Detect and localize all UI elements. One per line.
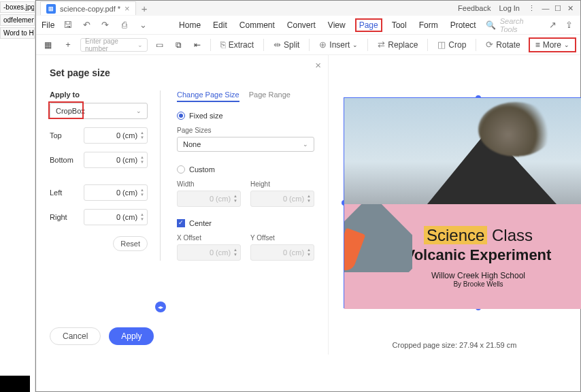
menu-convert[interactable]: Convert (284, 19, 318, 31)
menu-view[interactable]: View (325, 19, 348, 31)
reset-button[interactable]: Reset (113, 236, 148, 251)
app-logo-icon: ⊞ (46, 4, 56, 14)
split-button[interactable]: ⇹Split (269, 38, 303, 51)
bottom-label: Bottom (50, 156, 73, 164)
menu-form[interactable]: Form (416, 19, 441, 31)
fixed-size-radio[interactable]: Fixed size (177, 112, 314, 120)
close-tab-icon[interactable]: × (124, 3, 130, 14)
save-icon[interactable]: 🖫 (61, 20, 73, 30)
open-external-icon[interactable]: ↗ (547, 20, 559, 30)
bottom-input[interactable]: 0 (cm)▲▼ (84, 152, 148, 168)
page-preview[interactable]: Science Class Volcanic Experiment Willow… (344, 97, 581, 308)
taskbar-fragment (0, 376, 30, 392)
thumbnails-icon[interactable]: ▦ (40, 39, 56, 51)
document-name: science-copy.pdf * (60, 5, 120, 13)
apply-to-value: CropBox (56, 107, 85, 115)
menubar: File 🖫 ↶ ↷ ⎙ ⌄ Home Edit Comment Convert… (36, 16, 580, 35)
center-checkbox[interactable]: Center (177, 219, 314, 227)
menu-tool[interactable]: Tool (389, 19, 410, 31)
width-input: 0 (cm)▲▼ (177, 191, 241, 207)
toolbar: ▦ ＋ Enter page number ⌄ ▭ ⧉ ⇤ ⎘Extract ⇹… (36, 35, 580, 55)
panel-title: Set page size (50, 67, 314, 78)
tab-page-range[interactable]: Page Range (249, 91, 290, 102)
tab-change-page-size[interactable]: Change Page Size (177, 91, 239, 102)
left-label: Left (50, 189, 62, 197)
rotate-icon: ⟳ (486, 39, 493, 50)
dual-page-icon[interactable]: ⧉ (171, 39, 186, 51)
crop-button[interactable]: ◫Crop (433, 38, 470, 51)
kebab-icon[interactable]: ⋮ (528, 4, 535, 13)
minimize-button[interactable]: — (540, 4, 552, 12)
extract-button[interactable]: ⎘Extract (216, 38, 258, 51)
menu-home[interactable]: Home (176, 19, 203, 31)
panel-resize-handle[interactable]: ◂▸ (155, 301, 166, 312)
replace-button[interactable]: ⇄Replace (374, 38, 422, 51)
right-label: Right (50, 213, 67, 221)
menu-edit[interactable]: Edit (210, 19, 230, 31)
page-sizes-label: Page Sizes (177, 127, 314, 134)
volcano-illustration (344, 204, 412, 272)
apply-button[interactable]: Apply (109, 327, 154, 345)
share-icon[interactable]: ⇪ (563, 20, 575, 30)
crop-size-status: Cropped page size: 27.94 x 21.59 cm (329, 341, 580, 349)
split-icon: ⇹ (273, 39, 281, 50)
rotate-button[interactable]: ⟳Rotate (482, 38, 524, 51)
right-input[interactable]: 0 (cm)▲▼ (84, 209, 148, 225)
apply-to-label: Apply to (50, 91, 148, 99)
background-tab: odfelement (0, 14, 35, 26)
page-grid-icon[interactable]: ▭ (152, 39, 167, 51)
close-window-button[interactable]: ✕ (564, 4, 576, 13)
xoffset-label: X Offset (177, 234, 241, 242)
yoffset-input: 0 (cm)▲▼ (250, 244, 314, 261)
page-number-placeholder: Enter page number (85, 37, 137, 52)
insert-icon: ⊕ (319, 39, 327, 50)
add-tab-button[interactable]: + (142, 3, 148, 14)
file-menu[interactable]: File (42, 20, 54, 30)
hamburger-icon: ≡ (535, 40, 540, 50)
cancel-button[interactable]: Cancel (50, 327, 101, 345)
crop-icon: ◫ (437, 39, 446, 50)
background-tab: -boxes.jpg (8 (0, 1, 35, 13)
height-input: 0 (cm)▲▼ (250, 191, 314, 207)
preview-image-top (344, 98, 581, 204)
chevron-down-icon[interactable]: ⌄ (137, 20, 150, 30)
login-link[interactable]: Log In (499, 4, 520, 12)
page-number-input[interactable]: Enter page number ⌄ (80, 38, 148, 52)
titlebar: ⊞ science-copy.pdf * × + Feedback Log In… (36, 1, 580, 16)
left-input[interactable]: 0 (cm)▲▼ (84, 184, 148, 201)
maximize-button[interactable]: ☐ (552, 4, 564, 13)
chevron-down-icon: ⌄ (136, 108, 142, 114)
apply-to-select[interactable]: CropBox ⌄ (50, 103, 148, 119)
document-tab[interactable]: ⊞ science-copy.pdf * × (40, 1, 136, 15)
replace-icon: ⇄ (378, 39, 385, 50)
print-icon[interactable]: ⎙ (118, 20, 131, 30)
custom-radio[interactable]: Custom (177, 165, 314, 174)
top-input[interactable]: 0 (cm)▲▼ (84, 127, 148, 144)
feedback-link[interactable]: Feedback (458, 4, 491, 12)
collapse-icon[interactable]: ⇤ (190, 39, 205, 51)
height-label: Height (250, 180, 314, 188)
close-panel-icon[interactable]: × (315, 59, 321, 71)
search-tools-input[interactable]: Search Tools (500, 17, 543, 33)
width-label: Width (177, 180, 241, 188)
app-window: ⊞ science-copy.pdf * × + Feedback Log In… (35, 0, 581, 392)
add-icon[interactable]: ＋ (60, 37, 76, 52)
xoffset-input: 0 (cm)▲▼ (177, 244, 241, 261)
undo-icon[interactable]: ↶ (80, 20, 93, 30)
yoffset-label: Y Offset (250, 234, 314, 242)
more-button[interactable]: ≡More⌄ (529, 37, 576, 52)
redo-icon[interactable]: ↷ (99, 20, 112, 30)
insert-button[interactable]: ⊕Insert⌄ (315, 38, 362, 51)
chevron-down-icon: ⌄ (137, 42, 143, 48)
menu-protect[interactable]: Protect (448, 19, 479, 31)
menu-page[interactable]: Page (355, 18, 382, 32)
extract-icon: ⎘ (220, 39, 226, 50)
page-sizes-select[interactable]: None⌄ (177, 137, 314, 152)
set-page-size-panel: × Set page size Apply to CropBox ⌄ Top 0… (36, 55, 329, 355)
top-label: Top (50, 131, 62, 140)
search-icon[interactable]: 🔍 (486, 20, 496, 30)
chevron-down-icon: ⌄ (303, 141, 308, 148)
menu-comment[interactable]: Comment (237, 19, 278, 31)
workspace: × Set page size Apply to CropBox ⌄ Top 0… (36, 55, 580, 391)
preview-image-bottom: Science Class Volcanic Experiment Willow… (344, 204, 581, 309)
